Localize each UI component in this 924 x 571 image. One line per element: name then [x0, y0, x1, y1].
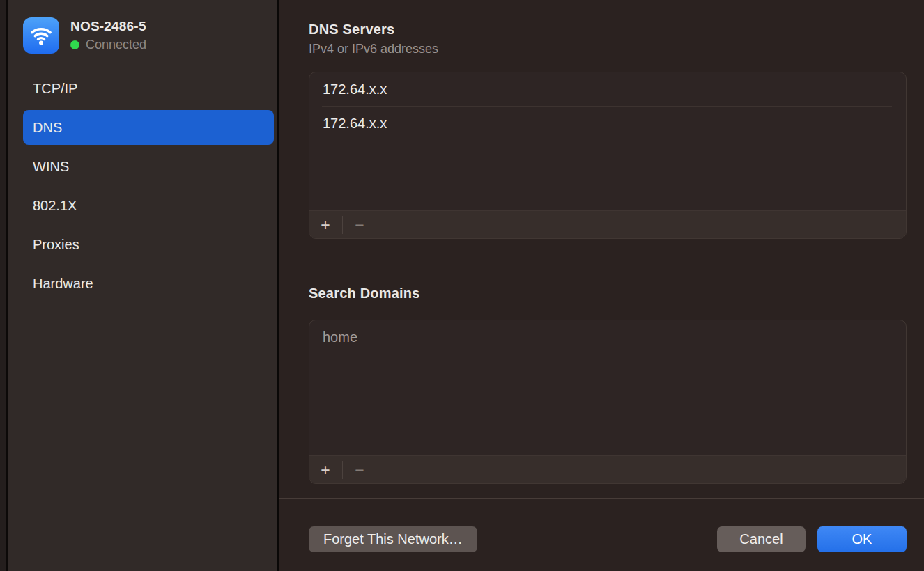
- search-domains-rows: home: [309, 320, 906, 455]
- search-domain-row-1[interactable]: home: [322, 320, 892, 354]
- remove-search-domain-button[interactable]: −: [351, 460, 369, 480]
- toolbar-separator: [342, 216, 343, 234]
- add-dns-server-button[interactable]: +: [316, 214, 334, 235]
- remove-dns-server-button[interactable]: −: [351, 214, 369, 235]
- network-details-window: NOS-2486-5 Connected TCP/IP DNS WINS 802…: [0, 0, 924, 571]
- sidebar-nav: TCP/IP DNS WINS 802.1X Proxies Hardware: [23, 71, 277, 301]
- cancel-button[interactable]: Cancel: [717, 526, 806, 552]
- network-name: NOS-2486-5: [70, 19, 146, 34]
- search-domains-list-toolbar: + −: [309, 455, 906, 483]
- dns-server-row-2[interactable]: 172.64.x.x: [322, 107, 892, 141]
- window-left-edge: [0, 0, 8, 571]
- dns-servers-rows: 172.64.x.x 172.64.x.x: [309, 72, 906, 210]
- dns-servers-subtitle: IPv4 or IPv6 addresses: [309, 41, 907, 56]
- sidebar-item-proxies[interactable]: Proxies: [23, 227, 274, 262]
- footer-bar: Forget This Network… Cancel OK: [279, 499, 924, 571]
- minus-icon: −: [351, 215, 369, 235]
- dns-servers-list-toolbar: + −: [309, 210, 906, 238]
- dns-settings-content: DNS Servers IPv4 or IPv6 addresses 172.6…: [279, 0, 924, 484]
- dns-servers-title: DNS Servers: [309, 21, 907, 38]
- sidebar-item-wins[interactable]: WINS: [23, 149, 274, 184]
- add-search-domain-button[interactable]: +: [316, 460, 334, 480]
- status-label: Connected: [86, 38, 146, 52]
- search-domains-title: Search Domains: [309, 285, 907, 302]
- toolbar-separator: [342, 461, 343, 479]
- network-status: Connected: [70, 38, 146, 52]
- dns-servers-list: 172.64.x.x 172.64.x.x + −: [309, 72, 907, 239]
- plus-icon: +: [316, 215, 334, 235]
- search-domains-list: home + −: [309, 320, 907, 484]
- main-panel: DNS Servers IPv4 or IPv6 addresses 172.6…: [279, 0, 924, 571]
- dns-server-row-1[interactable]: 172.64.x.x: [322, 72, 892, 107]
- sidebar-item-8021x[interactable]: 802.1X: [23, 188, 274, 223]
- forget-network-button[interactable]: Forget This Network…: [309, 526, 477, 552]
- ok-button[interactable]: OK: [817, 526, 907, 552]
- sidebar-item-hardware[interactable]: Hardware: [23, 266, 274, 301]
- sidebar-item-dns[interactable]: DNS: [23, 110, 274, 145]
- sidebar: NOS-2486-5 Connected TCP/IP DNS WINS 802…: [8, 0, 277, 571]
- status-dot-icon: [70, 40, 79, 49]
- network-header: NOS-2486-5 Connected: [23, 17, 277, 54]
- network-meta: NOS-2486-5 Connected: [70, 19, 146, 52]
- sidebar-item-tcpip[interactable]: TCP/IP: [23, 71, 274, 106]
- minus-icon: −: [351, 460, 369, 480]
- wifi-icon: [23, 17, 59, 54]
- plus-icon: +: [316, 460, 334, 480]
